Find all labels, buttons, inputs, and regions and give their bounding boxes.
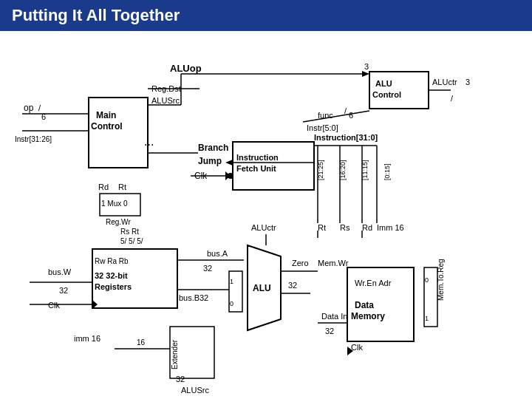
svg-text:1  Mux  0: 1 Mux 0 (101, 200, 128, 208)
svg-text:Rw  Ra  Rb: Rw Ra Rb (95, 257, 129, 265)
svg-text:Extender: Extender (171, 339, 179, 369)
svg-text:ALUSrc: ALUSrc (151, 96, 180, 105)
svg-text:Clk: Clk (48, 301, 60, 310)
svg-text:Rs: Rs (340, 223, 350, 232)
svg-text:bus.W: bus.W (48, 267, 72, 276)
diagram-area: ALUop Main Control op / 6 Instr[31:26] R… (0, 31, 532, 398)
svg-text:Registers: Registers (95, 282, 132, 291)
svg-text:Ext.Op: Ext.Op (181, 397, 206, 398)
svg-text:imm 16: imm 16 (74, 334, 100, 343)
svg-text:Wr.En  Adr: Wr.En Adr (355, 279, 392, 287)
svg-text:Rt: Rt (318, 223, 326, 232)
svg-point-98 (228, 173, 233, 179)
svg-text:Rd: Rd (362, 223, 372, 232)
svg-text:Main: Main (96, 110, 116, 120)
svg-text:bus.A: bus.A (207, 249, 228, 258)
svg-text:Reg.Wr: Reg.Wr (106, 218, 131, 226)
svg-text:bus.B: bus.B (179, 293, 200, 302)
svg-text:Mem.To.Reg: Mem.To.Reg (437, 259, 445, 301)
aluop-label: ALUop (170, 63, 202, 74)
svg-text:5/   5/   5/: 5/ 5/ 5/ (120, 237, 143, 245)
svg-text:[11:15]: [11:15] (361, 160, 369, 180)
svg-text:6: 6 (349, 111, 353, 120)
svg-text:Imm 16: Imm 16 (377, 223, 404, 232)
svg-text:32 32-bit: 32 32-bit (95, 271, 128, 280)
svg-text:[0:15]: [0:15] (383, 163, 391, 180)
svg-text:Instruction: Instruction (236, 153, 279, 162)
svg-text:32: 32 (59, 286, 68, 295)
svg-text:Fetch Unit: Fetch Unit (236, 164, 276, 173)
svg-text:ALUctr: ALUctr (432, 78, 457, 86)
title-bar: Putting It All Together (0, 0, 532, 31)
svg-text:Instruction[31:0]: Instruction[31:0] (314, 133, 378, 142)
svg-text:Rt: Rt (118, 183, 126, 191)
svg-text:Rs    Rt: Rs Rt (120, 228, 139, 236)
svg-text:Clk: Clk (351, 343, 363, 352)
svg-text:[16:20]: [16:20] (339, 160, 347, 180)
svg-text:0: 0 (425, 276, 429, 284)
svg-text:[21:25]: [21:25] (317, 160, 324, 180)
svg-text:ALUctr: ALUctr (251, 223, 276, 232)
page-title: Putting It All Together (12, 6, 180, 24)
svg-text:32: 32 (176, 375, 185, 383)
svg-text:Data In: Data In (321, 312, 347, 321)
svg-text:3: 3 (466, 78, 470, 86)
svg-text:ALU: ALU (375, 79, 392, 88)
svg-text:32: 32 (203, 264, 212, 273)
svg-text:32: 32 (288, 281, 297, 290)
svg-rect-1 (89, 98, 148, 168)
svg-text:32: 32 (325, 327, 334, 335)
svg-text:ALUSrc: ALUSrc (181, 386, 209, 395)
svg-text:Data: Data (355, 300, 374, 310)
svg-text:Rd: Rd (98, 183, 109, 191)
svg-text:16: 16 (137, 338, 146, 347)
svg-text:32: 32 (200, 293, 208, 302)
svg-text:Control: Control (372, 90, 401, 99)
svg-text:Instr[31:26]: Instr[31:26] (15, 135, 52, 143)
svg-text:...: ... (144, 135, 154, 148)
svg-text:Memory: Memory (351, 311, 385, 321)
svg-text:Branch: Branch (198, 143, 228, 153)
svg-text:ALU: ALU (253, 283, 271, 293)
svg-text:Control: Control (91, 121, 123, 132)
svg-text:Jump: Jump (198, 156, 222, 166)
svg-text:1: 1 (230, 278, 233, 285)
svg-text:6: 6 (41, 112, 46, 121)
svg-text:Instr[5:0]: Instr[5:0] (307, 123, 338, 132)
svg-text:3: 3 (364, 62, 369, 71)
svg-text:Mem.Wr: Mem.Wr (318, 259, 349, 267)
svg-text:Zero: Zero (292, 259, 309, 267)
svg-text:op: op (24, 103, 34, 113)
svg-text:0: 0 (230, 300, 233, 307)
svg-text:1: 1 (425, 315, 429, 322)
